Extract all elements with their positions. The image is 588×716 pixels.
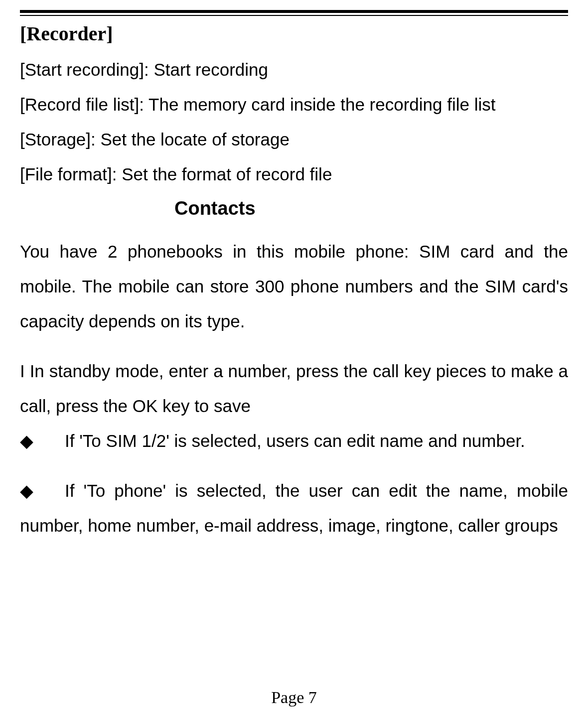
- recorder-item-desc: The memory card inside the recording fil…: [148, 95, 495, 114]
- diamond-bullet-icon: ◆: [20, 473, 65, 508]
- bullet-item: ◆If 'To phone' is selected, the user can…: [20, 473, 568, 543]
- contacts-body: You have 2 phonebooks in this mobile pho…: [20, 234, 568, 543]
- recorder-item-label: [File format]:: [20, 164, 122, 184]
- bullet-item: ◆If 'To SIM 1/2' is selected, users can …: [20, 424, 568, 458]
- recorder-heading: [Recorder]: [20, 22, 568, 45]
- contacts-intro: You have 2 phonebooks in this mobile pho…: [20, 234, 568, 339]
- recorder-item-desc: Set the format of record file: [122, 164, 332, 184]
- recorder-item: [Start recording]: Start recording: [20, 52, 568, 87]
- top-rule: [20, 10, 568, 16]
- contacts-lead: I In standby mode, enter a number, press…: [20, 354, 568, 424]
- recorder-definitions: [Start recording]: Start recording [Reco…: [20, 52, 568, 192]
- recorder-item-label: [Storage]:: [20, 130, 100, 149]
- recorder-item-label: [Record file list]:: [20, 95, 148, 114]
- contacts-heading: Contacts: [20, 198, 568, 219]
- document-page: [Recorder] [Start recording]: Start reco…: [0, 0, 588, 716]
- recorder-item-label: [Start recording]:: [20, 60, 153, 79]
- recorder-item: [Record file list]: The memory card insi…: [20, 87, 568, 122]
- page-footer: Page 7: [0, 688, 588, 707]
- recorder-item-desc: Start recording: [153, 60, 268, 79]
- bullet-text: If 'To phone' is selected, the user can …: [20, 481, 568, 535]
- diamond-bullet-icon: ◆: [20, 424, 65, 458]
- bullet-text: If 'To SIM 1/2' is selected, users can e…: [65, 431, 525, 450]
- recorder-item: [File format]: Set the format of record …: [20, 157, 568, 192]
- recorder-item-desc: Set the locate of storage: [100, 130, 289, 149]
- recorder-item: [Storage]: Set the locate of storage: [20, 122, 568, 157]
